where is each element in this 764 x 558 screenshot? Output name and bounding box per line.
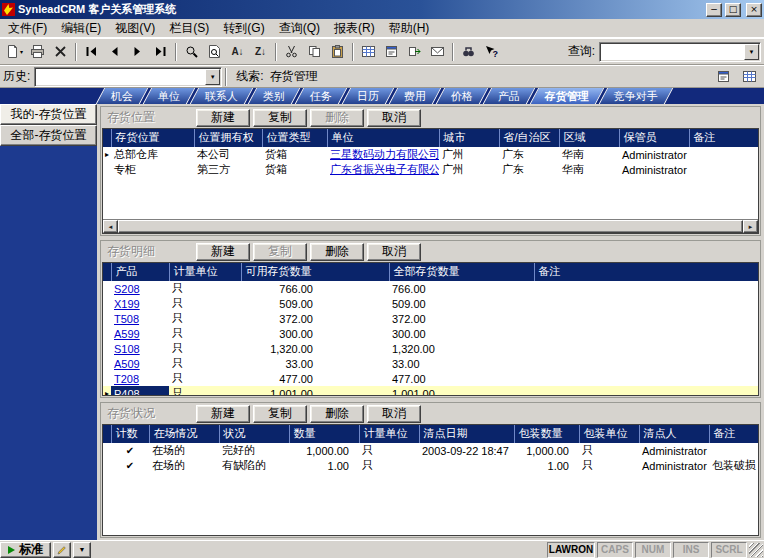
status-copy-button[interactable]: 复制 <box>253 405 307 423</box>
table-row[interactable]: S208只766.00766.00 <box>103 281 759 296</box>
table-cell[interactable]: 只 <box>169 386 241 396</box>
table-cell[interactable]: ▸ <box>103 147 111 162</box>
location-new-button[interactable]: 新建 <box>196 109 250 127</box>
table-cell[interactable]: 广州 <box>439 147 499 162</box>
next-record-button[interactable] <box>126 41 149 63</box>
find-button[interactable] <box>457 41 480 63</box>
table-cell[interactable]: 第三方 <box>194 162 262 177</box>
table-cell[interactable]: 广州 <box>439 162 499 177</box>
table-cell[interactable]: 766.00 <box>241 281 389 296</box>
delete-button[interactable] <box>49 41 72 63</box>
table-cell[interactable]: T208 <box>111 371 169 386</box>
column-header[interactable]: 包装数量 <box>514 425 579 443</box>
sort-desc-button[interactable]: Z↓ <box>249 41 272 63</box>
table-cell[interactable] <box>534 356 759 371</box>
print-button[interactable] <box>26 41 49 63</box>
column-header[interactable]: 单位 <box>327 129 439 147</box>
query-combo-dropdown-button[interactable]: ▼ <box>744 44 759 60</box>
table-cell[interactable] <box>534 371 759 386</box>
table-cell[interactable]: 只 <box>579 443 639 458</box>
options-button[interactable]: ▼ <box>73 542 91 558</box>
table-cell[interactable]: 只 <box>169 281 241 296</box>
form-button[interactable] <box>380 41 403 63</box>
table-cell[interactable]: 2003-09-22 18:47 <box>419 443 514 458</box>
copy-button[interactable] <box>303 41 326 63</box>
table-cell[interactable]: 1,000.00 <box>514 443 579 458</box>
table-cell[interactable]: 372.00 <box>389 311 534 326</box>
history-combo-value[interactable] <box>35 68 204 86</box>
tab-item[interactable]: 价格 <box>436 88 489 104</box>
menu-item[interactable]: 视图(V) <box>108 18 162 39</box>
table-cell[interactable]: Administrator <box>639 458 709 473</box>
table-row[interactable]: A599只300.00300.00 <box>103 326 759 341</box>
scroll-left-button[interactable]: ◄ <box>103 220 118 233</box>
table-cell[interactable]: 只 <box>359 443 419 458</box>
table-cell[interactable] <box>419 458 514 473</box>
query-combo[interactable]: ▼ <box>599 42 761 62</box>
column-header[interactable]: 在场情况 <box>149 425 219 443</box>
table-cell[interactable]: 专柜 <box>111 162 194 177</box>
sidebar-item[interactable]: 我的-存货位置 <box>0 104 97 125</box>
table-cell[interactable]: 300.00 <box>389 326 534 341</box>
table-cell[interactable]: 只 <box>169 296 241 311</box>
column-header[interactable] <box>103 263 111 281</box>
location-delete-button[interactable]: 删除 <box>310 109 364 127</box>
table-cell[interactable]: 广东省振兴电子有限公司 <box>327 162 439 177</box>
table-cell[interactable]: T508 <box>111 311 169 326</box>
table-cell[interactable] <box>103 311 111 326</box>
table-cell[interactable]: 广东 <box>499 147 559 162</box>
table-cell[interactable] <box>103 371 111 386</box>
first-record-button[interactable] <box>80 41 103 63</box>
column-header[interactable]: 全部存货数量 <box>389 263 534 281</box>
table-cell[interactable]: Administrator <box>619 162 689 177</box>
menu-item[interactable]: 报表(R) <box>327 18 382 39</box>
table-cell[interactable]: 1.00 <box>514 458 579 473</box>
table-cell[interactable]: X199 <box>111 296 169 311</box>
table-cell[interactable] <box>103 296 111 311</box>
table-row[interactable]: A509只33.0033.00 <box>103 356 759 371</box>
table-cell[interactable]: 509.00 <box>389 296 534 311</box>
column-header[interactable]: 计量单位 <box>359 425 419 443</box>
location-table[interactable]: 存货位置位置拥有权位置类型单位城市省/自治区区域保管员备注 ▸总部仓库本公司货箱… <box>103 129 759 177</box>
zoom-button[interactable] <box>180 41 203 63</box>
table-cell[interactable] <box>103 326 111 341</box>
menu-item[interactable]: 文件(F) <box>1 18 54 39</box>
table-row[interactable]: ▸总部仓库本公司货箱三星数码动力有限公司广州广东华南Administrator <box>103 147 759 162</box>
table-cell[interactable]: 在场的 <box>149 443 219 458</box>
tab-item[interactable]: 费用 <box>389 88 442 104</box>
table-cell[interactable] <box>709 443 759 458</box>
sidebar-item[interactable]: 全部-存货位置 <box>0 125 97 146</box>
scroll-right-button[interactable]: ► <box>743 220 758 233</box>
scrollbar-thumb[interactable] <box>118 220 743 233</box>
table-row[interactable]: ▸P408只1,001.001,001.00 <box>103 386 759 396</box>
column-header[interactable]: 数量 <box>289 425 359 443</box>
table-cell[interactable]: 372.00 <box>241 311 389 326</box>
column-header[interactable]: 城市 <box>439 129 499 147</box>
edit-button[interactable] <box>53 542 71 558</box>
table-cell[interactable]: 只 <box>169 356 241 371</box>
table-row[interactable]: T508只372.00372.00 <box>103 311 759 326</box>
status-new-button[interactable]: 新建 <box>196 405 250 423</box>
column-header[interactable]: 位置拥有权 <box>194 129 262 147</box>
detail-copy-button[interactable]: 复制 <box>253 243 307 261</box>
tab-item[interactable]: 类别 <box>248 88 301 104</box>
table-cell[interactable]: 477.00 <box>241 371 389 386</box>
column-header[interactable]: 清点日期 <box>419 425 514 443</box>
table-cell[interactable]: 只 <box>169 371 241 386</box>
tab-item[interactable]: 存货管理 <box>530 88 605 104</box>
view-mode-button[interactable]: 标准 <box>0 542 51 558</box>
grid-button[interactable] <box>357 41 380 63</box>
table-cell[interactable]: 509.00 <box>241 296 389 311</box>
table-cell[interactable] <box>103 443 111 458</box>
menu-item[interactable]: 栏目(S) <box>162 18 216 39</box>
table-cell[interactable]: 有缺陷的 <box>219 458 289 473</box>
cut-button[interactable] <box>280 41 303 63</box>
column-header[interactable] <box>103 129 111 147</box>
tab-item[interactable]: 竞争对手 <box>599 88 674 104</box>
table-cell[interactable]: 只 <box>169 341 241 356</box>
preview-button[interactable] <box>203 41 226 63</box>
table-cell[interactable]: 包装破损 <box>709 458 759 473</box>
table-cell[interactable] <box>689 147 759 162</box>
table-cell[interactable]: 1,000.00 <box>289 443 359 458</box>
sort-asc-button[interactable]: A↓ <box>226 41 249 63</box>
